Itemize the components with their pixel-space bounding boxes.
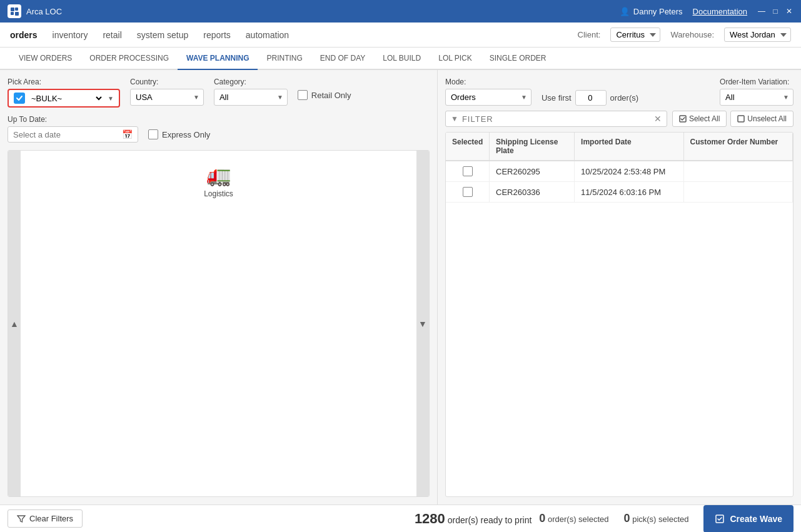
td-slp-2: CER260336 [490, 182, 575, 202]
client-label: Client: [578, 30, 601, 39]
date-input[interactable] [13, 130, 118, 139]
pick-area-checkbox[interactable] [14, 93, 25, 104]
carrier-scroll-up[interactable]: ▲ [8, 151, 21, 496]
variation-group: Order-Item Variation: All ▼ [720, 78, 793, 106]
subnav-printing[interactable]: PRINTING [258, 48, 311, 70]
right-top-row: Mode: Orders ▼ Use first order(s) Order-… [445, 78, 793, 106]
svg-rect-5 [738, 116, 744, 122]
client-select[interactable]: Cerritus [610, 28, 660, 42]
country-select[interactable]: USA [131, 89, 193, 105]
nav-system-setup[interactable]: system setup [137, 28, 188, 43]
nav-inventory[interactable]: inventory [53, 28, 88, 43]
carrier-label-logistics: Logistics [204, 189, 233, 198]
td-con-1 [684, 161, 793, 181]
carrier-list-container: ▲ 🚛 Logistics ▼ ◀ ▶ [8, 150, 430, 497]
create-wave-label: Create Wave [730, 514, 782, 524]
mode-select[interactable]: Orders [446, 89, 521, 105]
minimize-button[interactable]: — [757, 7, 766, 16]
mode-group: Mode: Orders ▼ [445, 78, 531, 106]
filter-input[interactable] [462, 114, 650, 124]
category-chevron-icon: ▼ [277, 94, 283, 101]
retail-only-checkbox[interactable] [298, 90, 308, 100]
right-panel: Mode: Orders ▼ Use first order(s) Order-… [438, 70, 801, 504]
pick-area-label: Pick Area: [8, 78, 120, 86]
nav-orders[interactable]: orders [10, 28, 38, 43]
filter-row-1: Pick Area: ~BULK~ ▼ Country: USA [8, 78, 430, 108]
orders-ready-count: 1280 [415, 511, 445, 526]
unselect-all-icon [737, 115, 745, 123]
select-all-button[interactable]: Select All [672, 111, 727, 127]
svg-rect-0 [11, 8, 14, 11]
pick-area-select[interactable]: ~BULK~ [29, 93, 104, 104]
select-all-icon [679, 115, 687, 123]
use-first-input[interactable] [575, 90, 607, 106]
filter-bar: ▼ ✕ [445, 111, 667, 127]
use-first-group: Use first order(s) [542, 78, 638, 106]
user-name: Danny Peters [633, 7, 683, 16]
subnav-view-orders[interactable]: VIEW ORDERS [10, 48, 81, 70]
pick-area-select-wrap[interactable]: ~BULK~ ▼ [8, 89, 120, 108]
user-avatar-icon: 👤 [620, 7, 630, 16]
td-date-2: 11/5/2024 6:03:16 PM [575, 182, 683, 202]
filter-row-2: Up To Date: 📅 Express Only [8, 115, 430, 143]
documentation-link[interactable]: Documentation [693, 7, 747, 16]
category-label: Category: [214, 78, 288, 86]
app-icon [8, 4, 21, 18]
country-select-wrap: USA ▼ [130, 89, 204, 106]
warehouse-select[interactable]: West Jordan [724, 28, 791, 42]
subnav-wave-planning[interactable]: WAVE PLANNING [178, 48, 258, 70]
th-con: Customer Order Number [684, 133, 793, 160]
subnav-end-of-day[interactable]: END OF DAY [311, 48, 374, 70]
filter-clear-button[interactable]: ✕ [654, 114, 662, 124]
carrier-items: 🚛 Logistics [21, 151, 416, 496]
retail-only-label: Retail Only [311, 91, 351, 100]
nav-automation[interactable]: automation [246, 28, 289, 43]
window-controls: — □ ✕ [757, 7, 793, 16]
retail-only-wrap[interactable]: Retail Only [298, 78, 351, 100]
clear-filters-icon [17, 514, 26, 523]
carrier-scroll-down[interactable]: ▼ [416, 151, 429, 496]
nav-retail[interactable]: retail [103, 28, 121, 43]
mode-label: Mode: [445, 78, 531, 86]
th-imported-date: Imported Date [575, 133, 683, 160]
orders-table: Selected Shipping License Plate Imported… [445, 132, 793, 497]
close-button[interactable]: ✕ [785, 7, 793, 16]
category-select-wrap: All ▼ [214, 89, 288, 106]
variation-select[interactable]: All [720, 89, 783, 105]
td-slp-1: CER260295 [490, 161, 575, 181]
subnav-lol-pick[interactable]: LOL PICK [430, 48, 481, 70]
orders-ready-label-text: order(s) ready to print [448, 515, 532, 525]
subnav-single-order[interactable]: SINGLE ORDER [481, 48, 555, 70]
clear-filters-button[interactable]: Clear Filters [8, 509, 83, 528]
td-selected-1 [446, 161, 490, 181]
unselect-all-label: Unselect All [747, 114, 787, 123]
user-info: 👤 Danny Peters [620, 7, 683, 16]
clear-filters-label: Clear Filters [29, 514, 73, 523]
create-wave-button[interactable]: Create Wave [703, 505, 793, 533]
svg-rect-2 [11, 12, 14, 15]
select-all-label: Select All [689, 114, 720, 123]
select-buttons: Select All Unselect All [672, 111, 793, 127]
calendar-icon[interactable]: 📅 [122, 129, 133, 139]
row-checkbox-2[interactable] [463, 187, 473, 197]
category-select[interactable]: All [214, 89, 277, 105]
pick-area-group: Pick Area: ~BULK~ ▼ [8, 78, 120, 108]
country-chevron-icon: ▼ [193, 94, 199, 101]
mode-chevron-icon: ▼ [521, 94, 527, 101]
express-only-wrap[interactable]: Express Only [148, 118, 210, 139]
country-label: Country: [130, 78, 204, 86]
express-only-checkbox[interactable] [148, 129, 158, 139]
row-checkbox-1[interactable] [463, 166, 473, 176]
subnav-order-processing[interactable]: ORDER PROCESSING [81, 48, 178, 70]
picks-selected-count: 0 [624, 512, 630, 524]
subnav-lol-build[interactable]: LOL BUILD [374, 48, 430, 70]
orders-ready-info: 1280 order(s) ready to print [415, 511, 531, 527]
picks-selected-info: 0 pick(s) selected [624, 512, 689, 525]
client-warehouse-area: Client: Cerritus Warehouse: West Jordan [578, 28, 791, 42]
unselect-all-button[interactable]: Unselect All [730, 111, 793, 127]
carrier-item-logistics[interactable]: 🚛 Logistics [26, 156, 411, 206]
date-input-wrap[interactable]: 📅 [8, 126, 138, 143]
maximize-button[interactable]: □ [771, 7, 780, 16]
nav-reports[interactable]: reports [203, 28, 231, 43]
create-wave-icon [715, 514, 725, 524]
